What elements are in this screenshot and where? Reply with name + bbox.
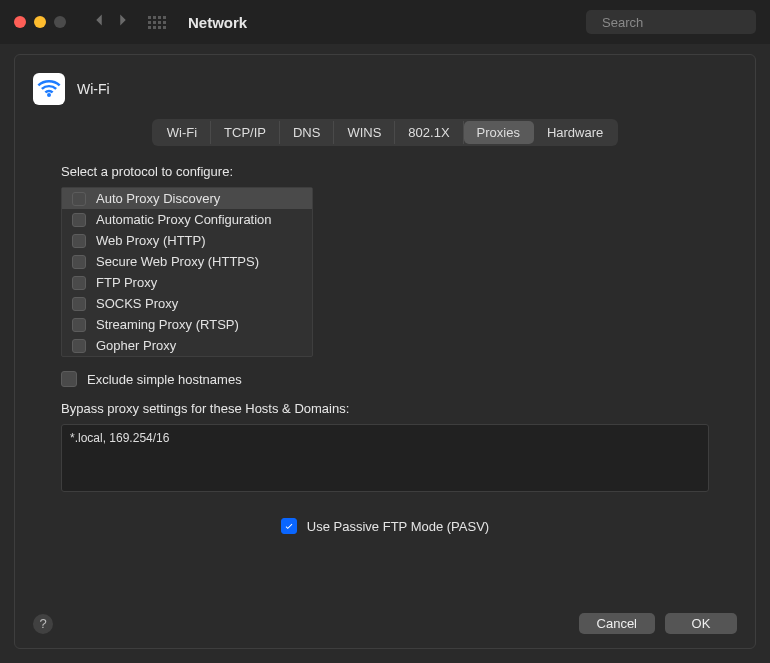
tab-wi-fi[interactable]: Wi-Fi xyxy=(154,121,211,144)
checkbox-icon[interactable] xyxy=(72,234,86,248)
protocol-row[interactable]: Web Proxy (HTTP) xyxy=(62,230,312,251)
zoom-window-button[interactable] xyxy=(54,16,66,28)
protocol-label: Web Proxy (HTTP) xyxy=(96,233,206,248)
protocol-list[interactable]: Auto Proxy DiscoveryAutomatic Proxy Conf… xyxy=(61,187,313,357)
search-field[interactable] xyxy=(586,10,756,34)
protocol-row[interactable]: Streaming Proxy (RTSP) xyxy=(62,314,312,335)
checkbox-icon[interactable] xyxy=(72,339,86,353)
protocol-label: FTP Proxy xyxy=(96,275,157,290)
tab-dns[interactable]: DNS xyxy=(280,121,334,144)
checkbox-icon[interactable] xyxy=(72,213,86,227)
wifi-icon xyxy=(33,73,65,105)
protocol-label: Streaming Proxy (RTSP) xyxy=(96,317,239,332)
passive-ftp-label: Use Passive FTP Mode (PASV) xyxy=(307,519,489,534)
nav-arrows xyxy=(88,9,134,35)
minimize-window-button[interactable] xyxy=(34,16,46,28)
titlebar: Network xyxy=(0,0,770,44)
protocol-row[interactable]: Automatic Proxy Configuration xyxy=(62,209,312,230)
checkbox-icon[interactable] xyxy=(72,192,86,206)
protocol-row[interactable]: FTP Proxy xyxy=(62,272,312,293)
protocol-row[interactable]: Gopher Proxy xyxy=(62,335,312,356)
search-input[interactable] xyxy=(602,15,770,30)
bypass-hosts-textarea[interactable] xyxy=(61,424,709,492)
protocol-row[interactable]: Auto Proxy Discovery xyxy=(62,188,312,209)
checkbox-icon[interactable] xyxy=(72,276,86,290)
tab-tcp-ip[interactable]: TCP/IP xyxy=(211,121,280,144)
exclude-simple-hostnames-label: Exclude simple hostnames xyxy=(87,372,242,387)
checkbox-icon[interactable] xyxy=(72,297,86,311)
show-all-icon[interactable] xyxy=(148,16,166,29)
protocol-label: Auto Proxy Discovery xyxy=(96,191,220,206)
window-controls xyxy=(14,16,66,28)
service-header: Wi-Fi xyxy=(33,73,737,105)
tab-proxies[interactable]: Proxies xyxy=(464,121,534,144)
back-button[interactable] xyxy=(88,9,110,35)
checkbox-icon[interactable] xyxy=(72,318,86,332)
close-window-button[interactable] xyxy=(14,16,26,28)
checkbox-icon[interactable] xyxy=(72,255,86,269)
service-name: Wi-Fi xyxy=(77,81,110,97)
help-button[interactable]: ? xyxy=(33,614,53,634)
protocol-label: Secure Web Proxy (HTTPS) xyxy=(96,254,259,269)
tab-wins[interactable]: WINS xyxy=(334,121,395,144)
protocol-label: Automatic Proxy Configuration xyxy=(96,212,272,227)
tab-802-1x[interactable]: 802.1X xyxy=(395,121,463,144)
tab-hardware[interactable]: Hardware xyxy=(534,121,616,144)
bypass-label: Bypass proxy settings for these Hosts & … xyxy=(61,401,709,416)
network-preferences-window: Network Wi-Fi Wi-FiTCP/IPDNSWINS802.1XPr… xyxy=(0,0,770,663)
protocol-row[interactable]: SOCKS Proxy xyxy=(62,293,312,314)
ok-button[interactable]: OK xyxy=(665,613,737,634)
forward-button[interactable] xyxy=(112,9,134,35)
window-title: Network xyxy=(188,14,247,31)
checkbox-icon xyxy=(281,518,297,534)
protocol-label: SOCKS Proxy xyxy=(96,296,178,311)
sheet-footer: ? Cancel OK xyxy=(33,603,737,634)
proxies-pane: Select a protocol to configure: Auto Pro… xyxy=(33,164,737,603)
checkbox-icon xyxy=(61,371,77,387)
passive-ftp-checkbox[interactable]: Use Passive FTP Mode (PASV) xyxy=(281,518,489,534)
cancel-button[interactable]: Cancel xyxy=(579,613,655,634)
protocol-row[interactable]: Secure Web Proxy (HTTPS) xyxy=(62,251,312,272)
protocol-label: Gopher Proxy xyxy=(96,338,176,353)
settings-sheet: Wi-Fi Wi-FiTCP/IPDNSWINS802.1XProxiesHar… xyxy=(14,54,756,649)
tab-bar: Wi-FiTCP/IPDNSWINS802.1XProxiesHardware xyxy=(33,119,737,146)
exclude-simple-hostnames-checkbox[interactable]: Exclude simple hostnames xyxy=(61,371,709,387)
select-protocol-label: Select a protocol to configure: xyxy=(61,164,709,179)
